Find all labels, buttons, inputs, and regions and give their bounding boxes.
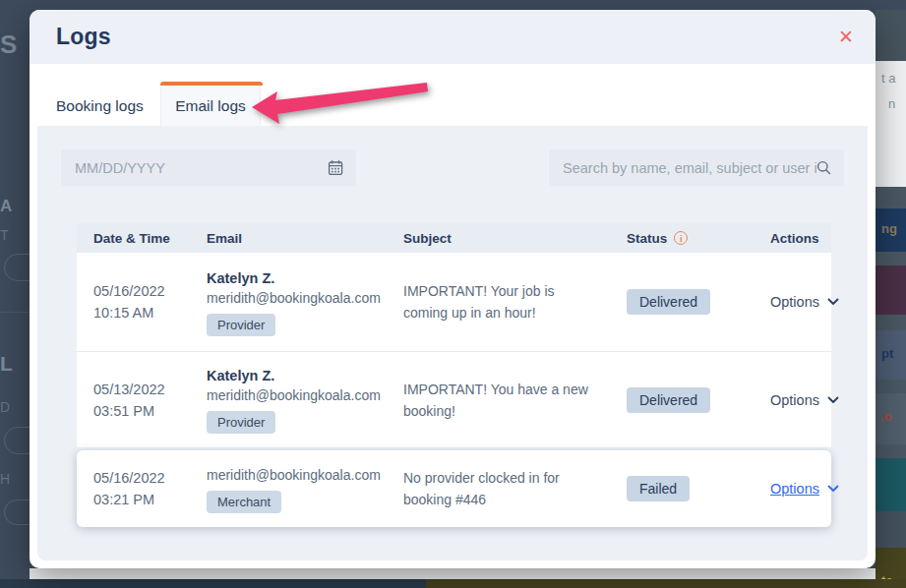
background-block: [876, 511, 906, 548]
date-filter-field[interactable]: [61, 149, 356, 186]
cell-email: Katelyn Z. meridith@bookingkoala.com Pro…: [190, 366, 387, 434]
options-label: Options: [770, 392, 819, 408]
role-badge: Provider: [207, 314, 275, 336]
cell-actions: Options: [754, 392, 858, 408]
cell-email: Katelyn Z. meridith@bookingkoala.com Pro…: [190, 268, 387, 336]
cell-subject: No provider clocked in for booking #446: [387, 467, 610, 510]
cell-subject: IMPORTANT! You have a new booking!: [387, 379, 610, 422]
background-block: [876, 187, 906, 208]
table-row-hovered: 05/16/2022 03:21 PM meridith@bookingkoal…: [77, 450, 831, 527]
background-block: t a n: [876, 61, 906, 187]
cell-datetime: 05/16/2022 10:15 AM: [77, 280, 190, 323]
background-text-fragment: t a: [881, 71, 895, 86]
search-icon: [816, 160, 831, 175]
background-block: [876, 265, 906, 315]
row-name: Katelyn Z.: [207, 366, 274, 385]
table-body: 05/16/2022 10:15 AM Katelyn Z. meridith@…: [77, 253, 831, 447]
background-text-fragment: D: [0, 399, 10, 415]
cell-actions: Options: [754, 294, 858, 310]
close-icon[interactable]: ✕: [833, 24, 859, 49]
chevron-down-icon: [827, 485, 839, 493]
info-icon[interactable]: i: [674, 231, 688, 245]
background-text-fragment: H: [0, 471, 10, 487]
row-email: meridith@bookingkoala.com: [207, 385, 381, 405]
cell-subject: IMPORTANT! Your job is coming up in an h…: [387, 280, 610, 323]
modal-header: Logs: [30, 10, 876, 64]
row-email: meridith@bookingkoala.com: [207, 288, 381, 308]
cell-email: meridith@bookingkoala.com Merchant: [190, 465, 387, 513]
role-badge: Merchant: [207, 491, 281, 513]
background-block: [876, 458, 906, 511]
background-pill: [4, 427, 30, 454]
background-pill: [4, 254, 30, 281]
background-footer-bar: [0, 579, 906, 588]
col-header-datetime: Date & Time: [77, 231, 190, 246]
search-field[interactable]: [549, 149, 844, 186]
table-row: 05/16/2022 10:15 AM Katelyn Z. meridith@…: [77, 253, 831, 351]
calendar-icon[interactable]: [328, 159, 343, 176]
background-text-fragment: T: [0, 227, 9, 243]
col-header-email: Email: [190, 231, 387, 246]
background-text-fragment: n: [888, 96, 895, 111]
logs-modal: Logs ✕ Booking logs Email logs: [30, 10, 876, 568]
background-page-left: S A T L D H: [0, 0, 30, 588]
background-block: [876, 252, 906, 265]
cell-datetime: 05/13/2022 03:51 PM: [77, 379, 190, 422]
tab-booking-logs[interactable]: Booking logs: [54, 86, 146, 126]
col-header-status-label: Status: [627, 231, 667, 246]
role-badge: Provider: [207, 411, 275, 434]
background-text-fragment: ng: [881, 221, 897, 236]
background-text-fragment: L: [0, 352, 13, 376]
background-text-fragment: A: [0, 197, 12, 216]
col-header-subject: Subject: [387, 231, 610, 246]
background-block: [876, 315, 906, 330]
email-logs-table: Date & Time Email Subject Status i Actio…: [77, 223, 831, 527]
cell-status: Failed: [610, 476, 754, 501]
row-time: 03:21 PM: [93, 489, 190, 510]
background-footer-bar-right: [426, 579, 906, 588]
row-name: Katelyn Z.: [207, 268, 274, 288]
row-date: 05/16/2022: [93, 280, 190, 302]
table-header-row: Date & Time Email Subject Status i Actio…: [77, 223, 831, 253]
tab-email-logs[interactable]: Email logs: [160, 86, 261, 126]
background-block: [876, 380, 906, 393]
row-time: 03:51 PM: [93, 400, 190, 422]
cell-status: Delivered: [610, 387, 754, 413]
options-button[interactable]: Options: [770, 481, 839, 497]
status-badge: Delivered: [627, 289, 710, 315]
col-header-actions: Actions: [754, 231, 838, 246]
status-badge: Failed: [627, 476, 690, 501]
options-button[interactable]: Options: [770, 294, 839, 310]
options-label: Options: [770, 481, 819, 497]
cell-datetime: 05/16/2022 03:21 PM: [77, 467, 190, 510]
background-text-fragment: S: [0, 29, 17, 60]
chevron-down-icon: [827, 396, 839, 404]
background-text-fragment: pt: [881, 346, 893, 361]
active-tab-indicator: [160, 82, 263, 86]
email-logs-panel: Date & Time Email Subject Status i Actio…: [37, 126, 868, 560]
table-row: 05/13/2022 03:51 PM Katelyn Z. meridith@…: [77, 351, 831, 447]
row-date: 05/16/2022: [93, 467, 190, 489]
background-pill: [4, 500, 30, 525]
background-text-fragment: .o: [880, 409, 892, 424]
cell-status: Delivered: [610, 289, 754, 315]
date-filter-input[interactable]: [61, 149, 328, 186]
background-page-bottom: [30, 568, 876, 579]
status-badge: Delivered: [627, 387, 710, 413]
modal-title: Logs: [56, 24, 111, 50]
row-date: 05/13/2022: [93, 379, 190, 400]
chevron-down-icon: [827, 298, 839, 306]
tab-email-logs-label: Email logs: [175, 97, 246, 115]
background-page-right: t a n ng pt .o te: [876, 0, 906, 588]
options-button[interactable]: Options: [770, 392, 839, 408]
col-header-status: Status i: [610, 231, 754, 246]
search-input[interactable]: [549, 149, 816, 186]
options-label: Options: [770, 294, 819, 310]
cell-actions: Options: [754, 481, 858, 497]
background-divider: [0, 312, 30, 313]
background-block: ng: [876, 208, 906, 252]
background-block: .o: [876, 393, 906, 444]
background-block: [876, 444, 906, 458]
background-block: pt: [876, 330, 906, 380]
background-block: [876, 10, 906, 61]
